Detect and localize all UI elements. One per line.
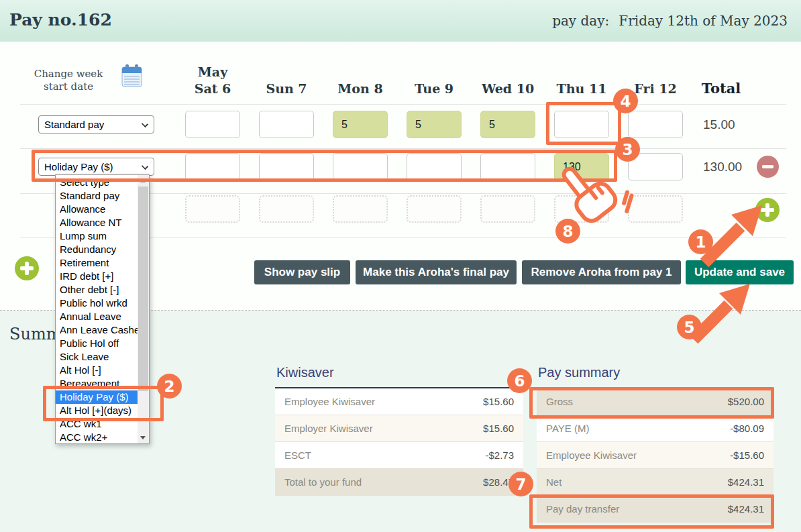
day-input-fri12-row2[interactable] <box>628 153 683 180</box>
selected-pay-type: Standard pay <box>44 119 104 130</box>
day-header: Fri 12 <box>628 81 683 96</box>
row-label: Total to your fund <box>284 476 362 488</box>
table-row: Pay day transfer$424.31 <box>537 496 773 523</box>
day-header: Sun 7 <box>259 81 314 96</box>
empty-day-cell[interactable] <box>480 195 535 223</box>
pay-type-option[interactable]: Alt Hol [-] <box>56 364 138 377</box>
day-input-mon8-row1[interactable] <box>333 111 388 138</box>
row-value: -$15.60 <box>730 449 764 461</box>
table-row: Net$424.31 <box>537 469 773 496</box>
row-label: Net <box>546 476 562 488</box>
pay-type-listbox-items: Select typeStandard payAllowanceAllowanc… <box>56 176 138 444</box>
pay-day-label: pay day: <box>552 13 609 29</box>
pay-type-option[interactable]: Allowance <box>56 203 138 216</box>
day-input-fri12-row1[interactable] <box>628 111 683 138</box>
row-value: $424.31 <box>728 503 764 515</box>
pay-summary-table-title: Pay summary <box>537 362 773 388</box>
pay-day: pay day:Friday 12th of May 2023 <box>552 13 788 29</box>
empty-day-cell[interactable] <box>554 195 609 223</box>
pay-type-option[interactable]: ACC wk1 <box>56 417 138 431</box>
pay-type-option[interactable]: Ann Leave Cashed <box>56 323 138 337</box>
row-label: Pay day transfer <box>546 503 619 515</box>
table-row: Employee Kiwisaver$15.60 <box>275 388 523 415</box>
month-header: May <box>185 64 240 79</box>
add-employee-plus-icon[interactable] <box>15 256 39 280</box>
day-input-sat6-row2[interactable] <box>185 153 240 180</box>
pay-type-option[interactable]: Annual Leave <box>56 310 138 323</box>
kiwisaver-table-title: Kiwisaver <box>275 362 523 388</box>
day-input-thu11-row2[interactable] <box>554 153 609 180</box>
row-label: Employer Kiwisaver <box>284 423 373 434</box>
empty-day-cell[interactable] <box>185 195 240 223</box>
pay-type-option[interactable]: Bereavement <box>56 377 138 390</box>
pay-type-select-row2[interactable]: Holiday Pay ($) <box>38 158 154 176</box>
final-pay-button[interactable]: Make this Aroha's final pay <box>356 260 517 284</box>
remove-from-pay-button[interactable]: Remove Aroha from pay 1 <box>522 260 681 284</box>
divider <box>20 104 786 105</box>
row-label: Employee Kiwisaver <box>284 396 375 407</box>
pay-type-select-row1[interactable]: Standard pay <box>38 115 154 134</box>
table-row: Gross$520.00 <box>537 388 773 415</box>
pay-type-option[interactable]: IRD debt [+] <box>56 270 138 283</box>
table-row: ESCT-$2.73 <box>275 442 523 469</box>
change-week-start-date-label[interactable]: Change week start date <box>21 68 115 93</box>
pay-type-option[interactable]: Select type <box>56 176 138 189</box>
day-header: Tue 9 <box>407 81 462 96</box>
day-input-wed10-row1[interactable] <box>480 111 535 138</box>
pay-summary-rows: Gross$520.00PAYE (M)-$80.09Employee Kiwi… <box>537 388 773 523</box>
empty-day-cell[interactable] <box>628 195 683 223</box>
table-row: Employee Kiwisaver-$15.60 <box>537 442 773 469</box>
pay-type-option[interactable]: Alt Hol [+](days) <box>56 404 138 417</box>
pay-type-option[interactable]: Allowance NT <box>56 216 138 229</box>
day-input-wed10-row2[interactable] <box>480 153 535 180</box>
row-label: ESCT <box>284 449 311 461</box>
day-input-sun7-row2[interactable] <box>259 153 314 180</box>
pay-type-option[interactable]: Standard pay <box>56 189 138 203</box>
table-row: Employer Kiwisaver$15.60 <box>275 415 523 442</box>
change-week-line1: Change week <box>21 68 115 81</box>
pay-type-option[interactable]: Redundancy <box>56 243 138 256</box>
top-bar: Pay no.162 pay day:Friday 12th of May 20… <box>0 0 801 42</box>
remove-row-minus-icon[interactable] <box>757 156 779 178</box>
day-header: Wed 10 <box>480 81 535 96</box>
selected-pay-type: Holiday Pay ($) <box>44 161 113 172</box>
pay-type-option[interactable]: Other debt [-] <box>56 283 138 297</box>
pay-type-option[interactable]: Public Hol off <box>56 337 138 350</box>
scrollbar-thumb[interactable] <box>138 187 148 391</box>
day-input-mon8-row2[interactable] <box>333 153 388 180</box>
scroll-up-icon[interactable] <box>138 175 149 187</box>
pay-type-option[interactable]: Lump sum <box>56 229 138 243</box>
pay-type-option[interactable]: Sick Leave <box>56 350 138 364</box>
row-value: $15.60 <box>483 423 514 434</box>
pay-type-option[interactable]: Holiday Pay ($) <box>56 390 138 404</box>
empty-day-cell[interactable] <box>407 195 462 223</box>
step-badge-1: 1 <box>688 229 713 254</box>
day-input-sun7-row1[interactable] <box>259 111 314 138</box>
calendar-icon[interactable] <box>121 64 142 88</box>
add-row-plus-icon[interactable] <box>755 198 780 222</box>
row-value: $28.47 <box>483 476 514 488</box>
divider <box>20 148 786 149</box>
scroll-down-icon[interactable] <box>138 432 149 443</box>
kiwisaver-table: Kiwisaver Employee Kiwisaver$15.60Employ… <box>275 362 523 496</box>
pay-type-option[interactable]: Public hol wrkd <box>56 297 138 310</box>
show-pay-slip-button[interactable]: Show pay slip <box>254 260 350 284</box>
row-label: Gross <box>546 396 573 407</box>
arrow-icon <box>704 205 762 263</box>
day-input-sat6-row1[interactable] <box>185 111 240 138</box>
kiwisaver-rows: Employee Kiwisaver$15.60Employer Kiwisav… <box>275 388 523 496</box>
day-input-thu11-row1[interactable] <box>554 111 609 138</box>
update-and-save-button[interactable]: Update and save <box>686 260 794 284</box>
empty-day-cell[interactable] <box>259 195 314 223</box>
row-value: $15.60 <box>483 396 514 407</box>
listbox-scrollbar[interactable] <box>138 175 149 443</box>
empty-day-cell[interactable] <box>333 195 388 223</box>
pay-type-listbox[interactable]: Select typeStandard payAllowanceAllowanc… <box>55 174 150 444</box>
chevron-down-icon <box>142 163 148 170</box>
day-input-tue9-row1[interactable] <box>407 111 462 138</box>
total-column-header: Total <box>694 80 749 97</box>
pay-type-option[interactable]: Retirement <box>56 256 138 270</box>
day-input-tue9-row2[interactable] <box>407 153 462 180</box>
pay-type-option[interactable]: ACC wk2+ <box>56 431 138 444</box>
row-value: $520.00 <box>728 396 764 407</box>
